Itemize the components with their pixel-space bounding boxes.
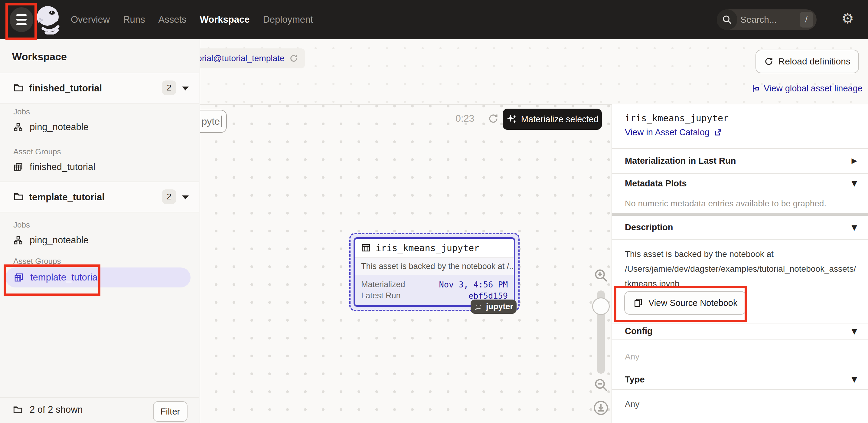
group-item-label: template_tutorial	[30, 272, 99, 283]
chevron-down-icon[interactable]	[182, 87, 189, 90]
job-icon	[13, 235, 23, 245]
search-icon	[717, 9, 737, 30]
folder-icon	[13, 404, 23, 415]
reload-icon	[764, 57, 774, 66]
section-description[interactable]: Description ▼	[612, 216, 868, 239]
zoom-out-icon[interactable]	[593, 377, 609, 393]
latest-run-id[interactable]: ebf5d159	[468, 291, 508, 300]
section-metadata-plots[interactable]: Metadata Plots ▼	[612, 173, 868, 194]
download-image-icon[interactable]	[593, 400, 609, 416]
sidebar-footer-count: 2 of 2 shown	[13, 404, 83, 415]
zoom-in-icon[interactable]	[593, 268, 609, 283]
chevron-down-icon[interactable]	[182, 195, 189, 200]
header-strip: te_tutorial@tutorial_template Reload def…	[199, 39, 868, 105]
jobs-label: Jobs	[13, 220, 30, 230]
sidebar-item-group-template-tutorial-selected[interactable]: template_tutorial	[5, 268, 190, 288]
search-shortcut-key: /	[800, 12, 813, 28]
asset-node-name: iris_kmeans_jupyter	[376, 243, 479, 253]
hamburger-menu-button[interactable]	[10, 7, 33, 32]
stat-row-latest-run: Latest Run ebf5d159	[361, 291, 508, 300]
jupyter-icon	[474, 302, 483, 311]
chevron-down-icon: ▼	[852, 223, 857, 232]
materialize-selected-button[interactable]: Materialize selected	[503, 109, 602, 130]
repo-count-badge: 2	[162, 189, 176, 204]
dagster-logo[interactable]	[36, 5, 61, 34]
view-in-asset-catalog-link[interactable]: View in Asset Catalog	[625, 127, 722, 138]
group-item-label: finished_tutorial	[30, 161, 95, 173]
chevron-down-icon: ▼	[852, 327, 857, 336]
jobs-label: Jobs	[13, 107, 30, 117]
notebook-copy-icon	[633, 298, 643, 308]
metadata-plots-empty-text: No numeric metadata entries available to…	[625, 199, 826, 209]
section-type[interactable]: Type ▼	[612, 370, 868, 389]
repo-count-badge: 2	[162, 81, 176, 95]
folder-icon	[13, 82, 24, 93]
search-box[interactable]: /	[717, 9, 816, 30]
materialize-selected-label: Materialize selected	[521, 114, 598, 124]
workspace-sidebar: Workspace finished_tutorial 2 Jobs ping_…	[0, 39, 200, 423]
shown-count-label: 2 of 2 shown	[30, 404, 83, 415]
stat-row-materialized: Materialized Nov 3, 4:56 PM	[361, 280, 508, 289]
asset-details-panel: iris_kmeans_jupyter View in Asset Catalo…	[612, 104, 868, 423]
section-materialization-last-run[interactable]: Materialization in Last Run ▶	[612, 148, 868, 173]
dagster-app: Overview Runs Assets Workspace Deploymen…	[0, 0, 868, 423]
job-icon	[13, 122, 23, 132]
reload-definitions-label: Reload definitions	[778, 56, 851, 66]
reload-icon[interactable]	[289, 54, 298, 63]
table-icon	[361, 243, 371, 253]
view-source-notebook-button[interactable]: View Source Notebook	[624, 291, 746, 315]
top-nav-bar: Overview Runs Assets Workspace Deploymen…	[0, 0, 868, 39]
chip-text: pyte	[202, 116, 220, 127]
materialized-timestamp[interactable]: Nov 3, 4:56 PM	[439, 280, 508, 289]
zoom-slider-handle[interactable]	[592, 297, 610, 315]
description-text: This asset is backed by the notebook at …	[625, 247, 857, 291]
catalog-link-label: View in Asset Catalog	[625, 127, 710, 138]
search-input[interactable]	[737, 14, 800, 25]
sidebar-item-group-finished-tutorial[interactable]: finished_tutorial	[13, 161, 95, 173]
external-link-icon	[714, 128, 722, 137]
text-cursor	[221, 116, 222, 127]
compute-kind-tag-jupyter[interactable]: jupyter	[471, 300, 517, 314]
nav-item-runs[interactable]: Runs	[123, 0, 145, 39]
asset-groups-label: Asset Groups	[13, 256, 61, 266]
chevron-right-icon: ▶	[852, 156, 857, 165]
filter-button[interactable]: Filter	[153, 401, 187, 422]
asset-groups-label: Asset Groups	[13, 147, 61, 156]
lineage-link-label: View global asset lineage	[764, 84, 863, 93]
chevron-down-icon: ▼	[852, 179, 857, 188]
nav-item-overview[interactable]: Overview	[71, 0, 110, 39]
jupyter-tag-label: jupyter	[486, 302, 513, 311]
type-value: Any	[625, 399, 639, 409]
gear-icon[interactable]: ⚙	[841, 10, 854, 27]
refresh-timer: 0:23	[456, 113, 474, 124]
nav-item-deployment[interactable]: Deployment	[263, 0, 313, 39]
sidebar-item-job-ping-noteable-2[interactable]: ping_noteable	[13, 235, 89, 246]
lineage-icon	[751, 84, 760, 93]
repo-row-finished-tutorial[interactable]: finished_tutorial 2	[0, 73, 199, 103]
asset-node[interactable]: iris_kmeans_jupyter This asset is backed…	[353, 237, 515, 307]
sidebar-item-job-ping-noteable[interactable]: ping_noteable	[13, 122, 89, 132]
sidebar-title: Workspace	[12, 51, 67, 63]
asset-group-icon	[13, 162, 23, 172]
panel-asset-name: iris_kmeans_jupyter	[625, 113, 728, 123]
asset-node-header: iris_kmeans_jupyter	[355, 239, 514, 258]
repo-name: finished_tutorial	[29, 83, 102, 94]
asset-group-icon	[14, 273, 24, 282]
repo-name: template_tutorial	[29, 192, 105, 203]
reload-definitions-button[interactable]: Reload definitions	[755, 50, 859, 73]
view-global-asset-lineage-link[interactable]: View global asset lineage	[751, 84, 863, 93]
main-nav: Overview Runs Assets Workspace Deploymen…	[71, 0, 313, 39]
asset-graph-canvas[interactable]: pyte 0:23 Materialize selected	[199, 104, 612, 423]
asset-node-description: This asset is backed by the notebook at …	[355, 258, 514, 275]
chevron-down-icon: ▼	[852, 375, 857, 384]
job-item-label: ping_noteable	[30, 235, 89, 246]
job-item-label: ping_noteable	[30, 122, 89, 132]
repo-row-template-tutorial[interactable]: template_tutorial 2	[0, 182, 199, 212]
sparkle-icon	[506, 114, 517, 125]
view-source-notebook-label: View Source Notebook	[648, 298, 737, 308]
refresh-icon[interactable]	[488, 113, 499, 124]
folder-icon	[13, 191, 24, 202]
nav-item-workspace[interactable]: Workspace	[200, 0, 250, 39]
nav-item-assets[interactable]: Assets	[158, 0, 187, 39]
section-config[interactable]: Config ▼	[612, 323, 868, 339]
